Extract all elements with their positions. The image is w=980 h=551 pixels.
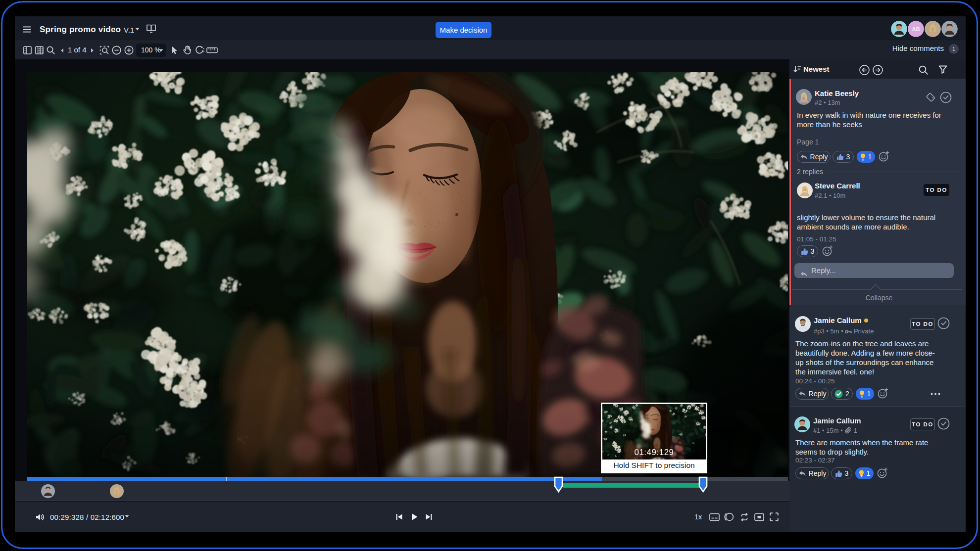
svg-text:AB: AB xyxy=(912,26,920,32)
